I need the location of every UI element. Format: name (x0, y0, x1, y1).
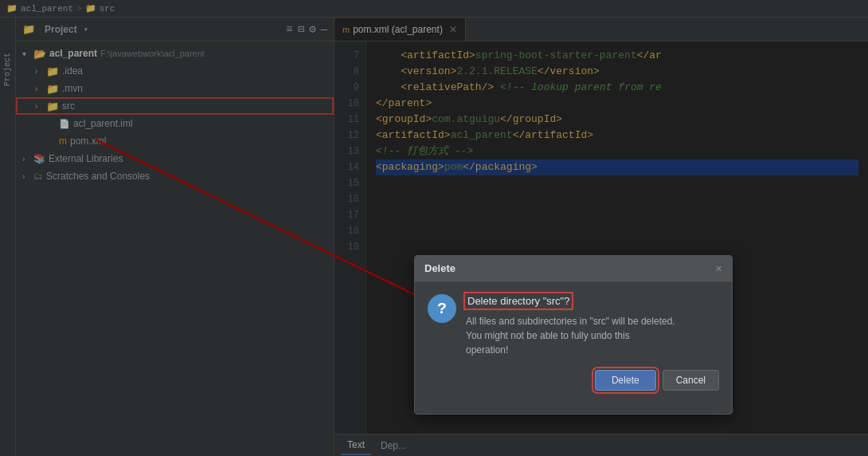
delete-button[interactable]: Delete (595, 370, 656, 391)
modal-title: Delete (424, 262, 456, 274)
modal-overlay: Delete ✕ ? Delete directory "src"? All f… (0, 0, 868, 456)
modal-description: All files and subdirectories in "src" wi… (466, 314, 719, 357)
delete-dialog: Delete ✕ ? Delete directory "src"? All f… (414, 255, 733, 415)
modal-content: Delete directory "src"? All files and su… (466, 294, 719, 357)
cancel-button[interactable]: Cancel (663, 370, 719, 391)
modal-buttons: Delete Cancel (415, 370, 732, 403)
modal-body: ? Delete directory "src"? All files and … (415, 281, 732, 370)
modal-question-icon: ? (428, 294, 456, 323)
undo-this-text: undo this (591, 330, 630, 341)
modal-question-text: Delete directory "src"? (466, 294, 571, 308)
modal-titlebar: Delete ✕ (415, 256, 732, 281)
modal-close-button[interactable]: ✕ (716, 261, 722, 275)
